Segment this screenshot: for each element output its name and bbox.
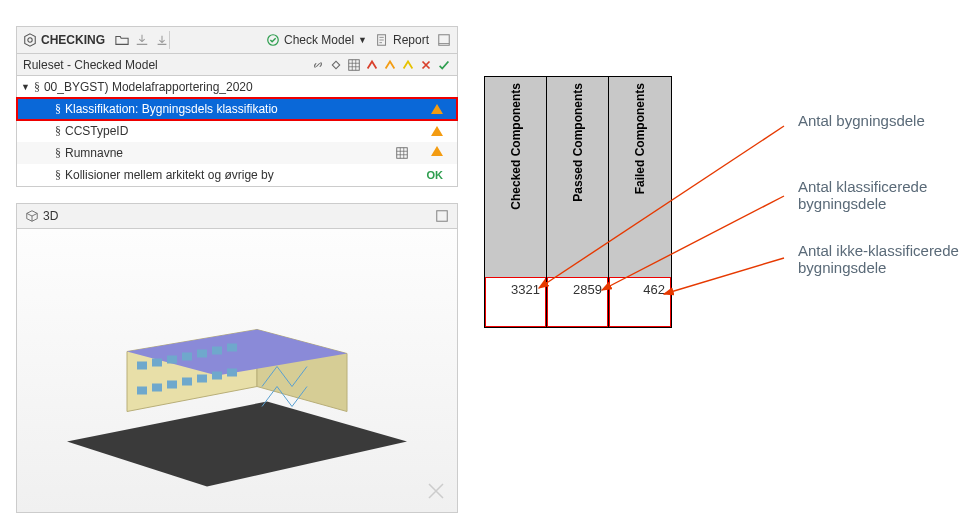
link-icon[interactable] <box>311 58 325 72</box>
svg-rect-16 <box>167 356 177 364</box>
open-folder-icon[interactable] <box>115 33 129 47</box>
caret-yellow-up-icon[interactable] <box>401 58 415 72</box>
annotation-text: bygningsdele <box>798 195 927 212</box>
panel-title: CHECKING <box>41 33 105 47</box>
check-green-icon[interactable] <box>437 58 451 72</box>
components-table: Checked Components 3321 Passed Component… <box>484 76 672 328</box>
panel-header: CHECKING Check Model ▼ Report <box>16 26 458 54</box>
svg-rect-7 <box>397 148 408 159</box>
expand-icon[interactable] <box>437 33 451 47</box>
svg-marker-0 <box>25 34 36 46</box>
svg-rect-25 <box>197 375 207 383</box>
cube-icon <box>25 209 39 223</box>
viewer-title: 3D <box>43 209 58 223</box>
svg-rect-6 <box>349 59 360 70</box>
warning-icon <box>431 126 443 136</box>
tree-item-label: Klassifikation: Bygningsdels klassifikat… <box>65 102 333 116</box>
ruleset-caption-row: Ruleset - Checked Model <box>16 54 458 76</box>
divider <box>169 31 170 49</box>
annotation-2: Antal klassificerede bygningsdele <box>798 178 927 212</box>
diamond-icon[interactable] <box>329 58 343 72</box>
tree-item-ccstypeid[interactable]: § CCSTypeID <box>17 120 457 142</box>
checking-panel: CHECKING Check Model ▼ Report Ruleset - … <box>16 26 458 513</box>
svg-rect-15 <box>152 359 162 367</box>
caret-red-up-icon[interactable] <box>365 58 379 72</box>
svg-rect-23 <box>167 381 177 389</box>
svg-rect-14 <box>137 362 147 370</box>
svg-rect-24 <box>182 378 192 386</box>
annotation-text: Antal bygningsdele <box>798 112 925 129</box>
ok-status: OK <box>427 169 444 181</box>
svg-rect-27 <box>227 369 237 377</box>
section-icon: § <box>55 168 61 183</box>
viewer-watermark-icon <box>427 482 445 500</box>
warning-icon <box>431 146 443 156</box>
column-passed: Passed Components 2859 <box>547 77 609 327</box>
svg-rect-5 <box>332 61 339 68</box>
section-icon: § <box>55 146 61 161</box>
check-model-label: Check Model <box>284 33 354 47</box>
section-icon: § <box>34 80 40 95</box>
tree-root-row[interactable]: ▼ § 00_BYGST) Modelafrapportering_2020 <box>17 76 457 98</box>
dropdown-arrow-icon: ▼ <box>358 35 367 45</box>
svg-marker-10 <box>67 402 407 487</box>
import-icon[interactable] <box>155 33 169 47</box>
collapse-arrow-icon[interactable]: ▼ <box>21 82 30 92</box>
grid-icon[interactable] <box>347 58 361 72</box>
tree-item-klassifikation[interactable]: § Klassifikation: Bygningsdels klassifik… <box>17 98 457 120</box>
tree-item-label: Kollisioner mellem arkitekt og øvrige by <box>65 168 333 182</box>
ruleset-tree: ▼ § 00_BYGST) Modelafrapportering_2020 §… <box>16 76 458 187</box>
column-header: Passed Components <box>571 83 585 202</box>
column-checked: Checked Components 3321 <box>485 77 547 327</box>
tree-item-kollisioner[interactable]: § Kollisioner mellem arkitekt og øvrige … <box>17 164 457 186</box>
column-value: 2859 <box>547 277 608 327</box>
annotation-text: Antal ikke-klassificerede <box>798 242 959 259</box>
svg-rect-18 <box>197 350 207 358</box>
ruleset-caption: Ruleset - Checked Model <box>23 58 158 72</box>
building-model <box>57 292 417 495</box>
tree-root-label: 00_BYGST) Modelafrapportering_2020 <box>44 80 333 94</box>
svg-rect-17 <box>182 353 192 361</box>
x-red-icon[interactable] <box>419 58 433 72</box>
3d-viewer[interactable] <box>16 229 458 513</box>
app-icon <box>23 33 37 47</box>
tree-item-label: Rumnavne <box>65 146 333 160</box>
section-icon: § <box>55 102 61 117</box>
column-value: 462 <box>609 277 671 327</box>
tree-item-label: CCSTypeID <box>65 124 333 138</box>
tree-item-rumnavne[interactable]: § Rumnavne <box>17 142 457 164</box>
svg-rect-9 <box>437 211 448 222</box>
annotation-3: Antal ikke-klassificerede bygningsdele <box>798 242 959 276</box>
report-button[interactable]: Report <box>375 33 429 47</box>
svg-rect-21 <box>137 387 147 395</box>
svg-point-1 <box>28 38 32 42</box>
svg-rect-22 <box>152 384 162 392</box>
report-icon <box>375 33 389 47</box>
svg-rect-26 <box>212 372 222 380</box>
svg-rect-20 <box>227 344 237 352</box>
annotation-text: bygningsdele <box>798 259 959 276</box>
column-failed: Failed Components 462 <box>609 77 671 327</box>
viewer-header: 3D <box>16 203 458 229</box>
svg-line-30 <box>664 258 784 294</box>
save-icon[interactable] <box>135 33 149 47</box>
section-icon: § <box>55 124 61 139</box>
svg-rect-19 <box>212 347 222 355</box>
column-value: 3321 <box>485 277 546 327</box>
check-circle-icon <box>266 33 280 47</box>
maximize-icon[interactable] <box>435 209 449 223</box>
annotation-text: Antal klassificerede <box>798 178 927 195</box>
annotation-1: Antal bygningsdele <box>798 112 925 129</box>
table-result-icon[interactable] <box>395 146 409 160</box>
caret-orange-up-icon[interactable] <box>383 58 397 72</box>
column-header: Failed Components <box>633 83 647 194</box>
column-header: Checked Components <box>509 83 523 210</box>
warning-icon <box>431 104 443 114</box>
report-label: Report <box>393 33 429 47</box>
check-model-button[interactable]: Check Model ▼ <box>266 33 367 47</box>
